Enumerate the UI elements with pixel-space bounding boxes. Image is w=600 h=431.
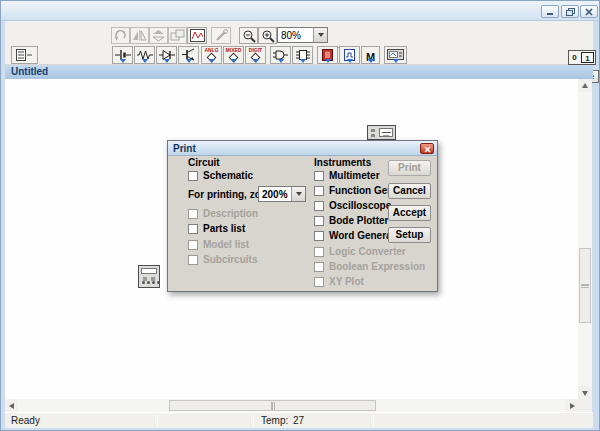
bin-arrow-icon	[186, 59, 192, 63]
print-dialog: Print Circuit Schematic For printing, zo…	[167, 140, 438, 292]
bin-arrow-icon	[325, 59, 331, 63]
checkbox-box	[314, 201, 324, 211]
multimeter-display	[141, 268, 157, 274]
cancel-button[interactable]: Cancel	[388, 183, 431, 199]
checkbox-multimeter[interactable]: Multimeter	[314, 170, 380, 181]
flip-vertical-icon	[151, 29, 166, 42]
power-switch[interactable]: 0 1	[568, 50, 596, 65]
fg-knob	[371, 134, 375, 137]
minimize-button[interactable]	[541, 5, 559, 18]
mm-terminal	[147, 281, 150, 284]
zoom-in-button[interactable]	[258, 27, 277, 44]
bin-arrow-icon	[347, 59, 353, 63]
flip-horizontal-button	[130, 27, 149, 44]
checkbox-label: Bode Plotter	[329, 215, 388, 226]
parts-bin-sources[interactable]	[112, 46, 133, 64]
scroll-up-button[interactable]	[578, 79, 592, 92]
checkbox-box	[314, 277, 324, 287]
print-zoom-combo[interactable]: 200%	[258, 186, 306, 202]
function-generator-icon[interactable]	[367, 125, 396, 140]
checkbox-box	[314, 262, 324, 272]
checkbox-oscilloscope[interactable]: Oscilloscope	[314, 200, 391, 211]
favorites-bin-icon	[16, 49, 33, 62]
parts-bin-mixed-ics[interactable]: MIXED	[223, 46, 244, 64]
bin-arrow-icon	[278, 59, 284, 63]
rotate-icon	[114, 29, 127, 42]
bin-arrow-icon	[368, 59, 374, 63]
scroll-down-button[interactable]	[578, 386, 592, 399]
bin-arrow-icon	[164, 59, 170, 63]
dialog-close-button[interactable]	[420, 143, 434, 154]
multimeter-icon[interactable]	[138, 265, 160, 288]
restore-button[interactable]	[561, 5, 579, 18]
window-titlebar[interactable]	[1, 1, 600, 21]
parts-bin-favorites[interactable]	[11, 46, 38, 64]
arrow-up-icon	[582, 83, 588, 88]
flip-vertical-button	[149, 27, 168, 44]
checkbox-schematic[interactable]: Schematic	[188, 170, 253, 181]
horizontal-scrollbar[interactable]	[5, 399, 578, 412]
status-divider	[157, 415, 158, 426]
checkbox-description: Description	[188, 208, 258, 219]
horizontal-scroll-thumb[interactable]	[169, 400, 376, 411]
checkbox-subcircuits: Subcircuits	[188, 254, 257, 265]
close-icon	[424, 146, 431, 153]
bin-arrow-icon	[142, 59, 148, 63]
application-window: 80% ?	[0, 0, 600, 431]
checkbox-parts-list[interactable]: Parts list	[188, 223, 245, 234]
parts-bin-controls[interactable]	[339, 46, 360, 64]
parts-bin-diodes[interactable]	[156, 46, 177, 64]
chevron-down-icon	[318, 33, 324, 37]
checkbox-label: Subcircuits	[203, 254, 257, 265]
parts-bin-indicators[interactable]	[317, 46, 338, 64]
combo-dropdown-button[interactable]	[291, 187, 305, 201]
bin-arrow-icon	[231, 59, 237, 63]
parts-bin-basic[interactable]	[134, 46, 155, 64]
scroll-right-button[interactable]	[565, 399, 578, 412]
accept-button[interactable]: Accept	[388, 205, 431, 221]
checkbox-bode-plotter[interactable]: Bode Plotter	[314, 215, 388, 226]
graphs-icon	[190, 29, 205, 42]
fg-knob	[371, 129, 375, 132]
checkbox-box	[314, 216, 324, 226]
flip-horizontal-icon	[132, 29, 147, 42]
toolbar-panel: 80% ?	[5, 21, 593, 65]
document-titlebar[interactable]: Untitled	[5, 65, 593, 79]
zoom-out-button[interactable]	[239, 27, 258, 44]
checkbox-label: Model list	[203, 239, 249, 250]
vertical-scrollbar[interactable]	[578, 79, 592, 399]
mm-terminal	[157, 281, 160, 284]
power-on-label: 1	[581, 52, 594, 63]
parts-bin-digital-ics[interactable]: DIGIT	[245, 46, 266, 64]
checkbox-label: Parts list	[203, 223, 245, 234]
scroll-left-button[interactable]	[5, 399, 18, 412]
zoom-in-icon	[261, 29, 275, 43]
arrow-left-icon	[9, 403, 14, 409]
print-zoom-value: 200%	[262, 188, 288, 201]
setup-button[interactable]: Setup	[388, 227, 431, 243]
checkbox-label: Logic Converter	[329, 246, 406, 257]
parts-bin-digital[interactable]	[292, 46, 313, 64]
parts-bin-miscellaneous[interactable]: M	[361, 46, 380, 64]
print-dialog-titlebar[interactable]: Print	[168, 141, 437, 156]
checkbox-label: Description	[203, 208, 258, 219]
status-temp-value: 27	[293, 415, 304, 427]
parts-bin-analog-ics[interactable]: ANLG	[201, 46, 222, 64]
parts-bin-instruments[interactable]	[384, 46, 407, 64]
close-icon	[585, 8, 593, 16]
arrow-right-icon	[570, 403, 575, 409]
print-dialog-title: Print	[173, 142, 196, 155]
fg-screen	[379, 128, 393, 137]
vertical-scroll-thumb[interactable]	[579, 248, 591, 323]
status-divider	[253, 415, 254, 426]
zoom-level-combo[interactable]: 80%	[277, 27, 328, 43]
scrollbar-corner	[578, 399, 592, 412]
parts-bin-transistors[interactable]	[178, 46, 199, 64]
combo-dropdown-button[interactable]	[313, 28, 327, 42]
close-button[interactable]	[580, 5, 598, 18]
checkbox-box	[188, 171, 198, 181]
display-graphs-button[interactable]	[187, 27, 207, 44]
bin-arrow-icon	[209, 59, 215, 63]
checkbox-box	[188, 209, 198, 219]
parts-bin-logic-gates[interactable]	[270, 46, 291, 64]
